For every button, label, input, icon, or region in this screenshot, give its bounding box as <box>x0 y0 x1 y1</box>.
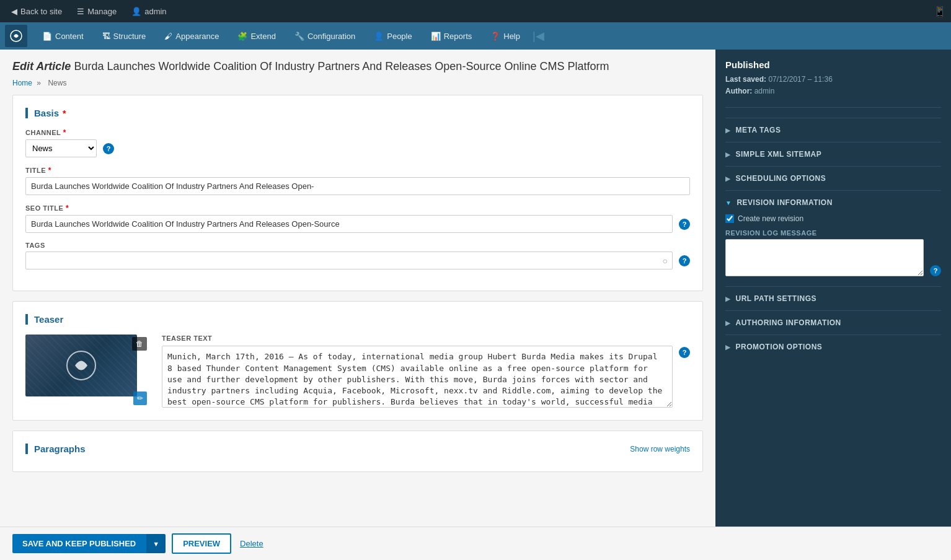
teaser-text-label: TEASER TEXT <box>162 335 690 342</box>
channel-row: News Sports Tech Entertainment ? <box>25 139 690 157</box>
accordion-authoring: ▶ AUTHORING INFORMATION <box>725 310 941 335</box>
teaser-text-wrap: TEASER TEXT Munich, March 17th, 2016 – A… <box>162 335 690 408</box>
accordion-xml-sitemap-header[interactable]: ▶ SIMPLE XML SITEMAP <box>725 142 941 166</box>
revision-checkbox-row: Create new revision <box>725 214 941 223</box>
accordion-meta-tags: ▶ META TAGS <box>725 118 941 142</box>
seo-title-input[interactable] <box>25 215 673 233</box>
teaser-title-text: Teaser <box>34 314 63 325</box>
page-title-text: Burda Launches Worldwide Coalition Of In… <box>74 60 609 72</box>
create-revision-checkbox[interactable] <box>725 214 734 223</box>
admin-user-icon: 👤 <box>131 7 141 16</box>
nav-help[interactable]: ❓ Help <box>482 22 529 50</box>
tags-input[interactable] <box>25 252 673 269</box>
accordion-promotion-header[interactable]: ▶ PROMOTION OPTIONS <box>725 335 941 359</box>
nav-content-label: Content <box>55 32 84 41</box>
channel-select[interactable]: News Sports Tech Entertainment <box>25 139 97 157</box>
right-sidebar: Published Last saved: 07/12/2017 – 11:36… <box>715 50 951 560</box>
nav-content[interactable]: 📄 Content <box>33 22 92 50</box>
accordion-promotion: ▶ PROMOTION OPTIONS <box>725 335 941 359</box>
revision-log-wrap: ? <box>725 239 941 276</box>
seo-title-help-icon[interactable]: ? <box>679 219 690 230</box>
authoring-label: AUTHORING INFORMATION <box>736 318 841 327</box>
nav-people-label: People <box>387 32 412 41</box>
nav-people[interactable]: 👤 People <box>365 22 420 50</box>
breadcrumb: Home » News <box>12 79 703 87</box>
nav-reports-label: Reports <box>444 32 472 41</box>
accordion-url-path-header[interactable]: ▶ URL PATH SETTINGS <box>725 287 941 310</box>
nav-configuration-label: Configuration <box>307 32 355 41</box>
status-last-saved: Last saved: 07/12/2017 – 11:36 <box>725 74 941 85</box>
delete-link[interactable]: Delete <box>240 539 263 548</box>
channel-field: CHANNEL * News Sports Tech Entertainment… <box>25 128 690 157</box>
revision-log-textarea[interactable] <box>725 239 924 276</box>
tags-input-wrap: ○ <box>25 252 673 269</box>
bottom-bar: SAVE AND KEEP PUBLISHED ▼ PREVIEW Delete <box>0 527 951 560</box>
teaser-title: Teaser <box>25 314 690 325</box>
nav-appearance[interactable]: 🖌 Appearance <box>156 22 228 50</box>
teaser-section: Teaser 🗑 ✏ TEASER T <box>12 301 703 421</box>
basis-required-star: * <box>63 108 66 118</box>
accordion-revision: ▼ REVISION INFORMATION Create new revisi… <box>725 190 941 286</box>
admin-label: admin <box>144 7 166 16</box>
nav-configuration[interactable]: 🔧 Configuration <box>286 22 364 50</box>
tags-help-icon[interactable]: ? <box>679 255 690 266</box>
nav-extend[interactable]: 🧩 Extend <box>229 22 284 50</box>
accordion-scheduling: ▶ SCHEDULING OPTIONS <box>725 166 941 190</box>
reports-icon: 📊 <box>431 32 441 41</box>
sidebar-status: Published Last saved: 07/12/2017 – 11:36… <box>725 59 941 108</box>
basis-title-text: Basis <box>34 108 59 118</box>
site-logo <box>5 25 27 47</box>
accordion-revision-header[interactable]: ▼ REVISION INFORMATION <box>725 191 941 214</box>
teaser-textarea[interactable]: Munich, March 17th, 2016 – As of today, … <box>162 346 673 408</box>
show-row-weights-link[interactable]: Show row weights <box>630 445 690 453</box>
revision-content: Create new revision REVISION LOG MESSAGE… <box>725 214 941 286</box>
image-edit-button[interactable]: ✏ <box>133 392 147 405</box>
nav-reports[interactable]: 📊 Reports <box>422 22 481 50</box>
save-button[interactable]: SAVE AND KEEP PUBLISHED <box>12 534 146 553</box>
title-input[interactable] <box>25 177 690 195</box>
authoring-arrow: ▶ <box>725 320 731 326</box>
seo-title-row: ? <box>25 215 690 233</box>
basis-section: Basis * CHANNEL * News Sports Tech Enter… <box>12 95 703 291</box>
tags-label: TAGS <box>25 242 690 249</box>
seo-title-field: SEO TITLE * ? <box>25 204 690 233</box>
preview-button[interactable]: PREVIEW <box>172 533 231 554</box>
tags-field: TAGS ○ ? <box>25 242 690 269</box>
tags-row: ○ ? <box>25 252 690 269</box>
paragraphs-title: Paragraphs <box>25 444 86 454</box>
teaser-help-icon[interactable]: ? <box>679 347 690 358</box>
nav-separator: |◀ <box>533 29 544 43</box>
device-icon: 📱 <box>934 6 946 17</box>
image-delete-button[interactable]: 🗑 <box>132 337 147 351</box>
back-icon: ◀ <box>11 7 17 16</box>
nav-bar: 📄 Content 🏗 Structure 🖌 Appearance 🧩 Ext… <box>0 22 951 50</box>
accordion-scheduling-header[interactable]: ▶ SCHEDULING OPTIONS <box>725 167 941 190</box>
back-to-site-label: Back to site <box>20 7 62 16</box>
manage-button[interactable]: ☰ Manage <box>71 4 123 19</box>
seo-title-label: SEO TITLE * <box>25 204 690 212</box>
create-revision-label[interactable]: Create new revision <box>738 214 803 223</box>
paragraphs-section: Paragraphs Show row weights <box>12 431 703 472</box>
title-field: TITLE * <box>25 166 690 195</box>
meta-tags-label: META TAGS <box>736 126 781 134</box>
admin-button[interactable]: 👤 admin <box>125 4 172 19</box>
save-dropdown-arrow[interactable]: ▼ <box>146 534 166 553</box>
teaser-content: 🗑 ✏ TEASER TEXT Munich, March 17th, 2016… <box>25 335 690 408</box>
breadcrumb-home[interactable]: Home <box>12 79 32 87</box>
meta-tags-arrow: ▶ <box>725 127 731 134</box>
channel-label: CHANNEL * <box>25 128 690 137</box>
basis-title: Basis * <box>25 108 690 118</box>
accordion-xml-sitemap: ▶ SIMPLE XML SITEMAP <box>725 142 941 166</box>
revision-log-help-icon[interactable]: ? <box>930 265 941 276</box>
accordion-meta-tags-header[interactable]: ▶ META TAGS <box>725 118 941 142</box>
admin-bar-right: 📱 <box>934 6 946 17</box>
channel-help-icon[interactable]: ? <box>103 143 114 154</box>
back-to-site-button[interactable]: ◀ Back to site <box>5 4 68 19</box>
title-label: TITLE * <box>25 166 690 175</box>
nav-structure[interactable]: 🏗 Structure <box>94 22 155 50</box>
breadcrumb-separator: » <box>37 79 43 87</box>
revision-arrow: ▼ <box>725 199 732 206</box>
page-title-prefix: Edit Article <box>12 60 71 72</box>
accordion-authoring-header[interactable]: ▶ AUTHORING INFORMATION <box>725 311 941 335</box>
save-btn-group: SAVE AND KEEP PUBLISHED ▼ <box>12 534 166 553</box>
